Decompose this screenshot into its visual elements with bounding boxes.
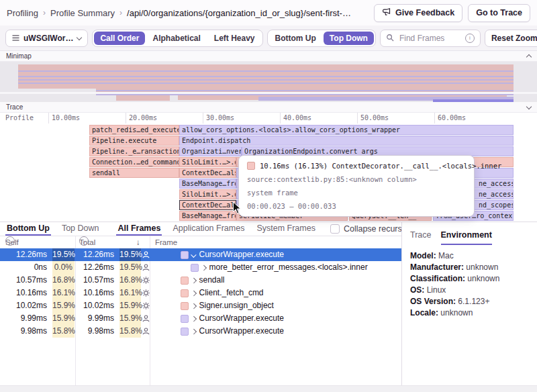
profiling-flamegraph-app: Profiling›Profile Summary›/api/0/organiz…	[0, 0, 537, 392]
breadcrumb-separator: ›	[43, 8, 46, 17]
flame-frame[interactable]: Pipeline.execute	[89, 136, 179, 146]
search-icon	[386, 32, 394, 44]
table-row[interactable]: 9.99ms15.9%9.99ms15.9%CursorWrapper.exec…	[0, 312, 401, 325]
sort-direction-icon[interactable]: ↓	[136, 236, 140, 248]
table-row[interactable]: 0ns0.0%12.26ms19.5%more_better_error_mes…	[0, 261, 401, 274]
expand-caret-icon[interactable]	[191, 303, 197, 309]
frame-name: Client._fetch_cmd	[199, 287, 264, 299]
table-row[interactable]: 10.02ms15.9%10.02ms15.9%Signer.unsign_ob…	[0, 299, 401, 312]
frame-cell: Client._fetch_cmd	[150, 287, 401, 299]
self-time-percent: 15.9%	[52, 299, 75, 312]
frame-cell: sendall	[150, 274, 401, 287]
breadcrumb-item[interactable]: /api/0/organizations/{organization_id_or…	[127, 8, 351, 18]
frame-name: CursorWrapper.execute	[199, 325, 285, 338]
flame-frame[interactable]: Endpoint.dispatch	[179, 136, 514, 146]
flame-frame[interactable]: BaseManage…from_cache	[179, 211, 236, 221]
tooltip-time-range: 00:00.023 — 00:00.033	[247, 202, 466, 210]
minimap-block	[18, 76, 514, 77]
breadcrumb: Profiling›Profile Summary›/api/0/organiz…	[7, 8, 351, 18]
expand-caret-icon[interactable]	[191, 278, 197, 283]
table-row[interactable]: 10.16ms16.1%10.16ms16.1%Client._fetch_cm…	[0, 287, 401, 299]
total-time-percent: 15.9%	[119, 299, 141, 312]
environment-field: Classification: unknown	[410, 273, 529, 285]
frame-column-header[interactable]: Frame	[155, 236, 177, 248]
flame-frame[interactable]: SiloLimit.…>.over…	[179, 157, 236, 167]
self-time-value: 10.57ms	[0, 274, 47, 287]
frame-name: more_better_error_messages.<locals>.inne…	[209, 261, 368, 274]
tab-all-frames[interactable]: All Frames	[116, 222, 162, 236]
chevron-down-icon	[77, 34, 82, 40]
expand-caret-icon[interactable]	[191, 291, 197, 296]
flame-frame[interactable]: Pipeline._e…ransaction	[89, 146, 179, 156]
sorting-segmented-control: Call OrderAlphabeticalLeft Heavy	[92, 30, 262, 47]
expand-caret-icon[interactable]	[201, 265, 207, 271]
frame-color-square	[181, 277, 189, 285]
total-time-percent: 19.5%	[119, 248, 141, 261]
trace-title: Trace	[6, 103, 23, 111]
flame-frame[interactable]: patch_redis…ed_execute	[89, 125, 179, 135]
detail-tab-trace[interactable]: Trace	[410, 230, 432, 245]
bottom-panel: Bottom UpTop Down All FramesApplication …	[0, 222, 537, 392]
flame-frame[interactable]: ContextDec…als>.i…	[179, 168, 236, 178]
total-time-value: 10.02ms	[75, 299, 114, 312]
frame-color-square	[181, 289, 189, 297]
detail-panel-tabs: TraceEnvironment	[410, 230, 529, 245]
table-row[interactable]: 12.26ms19.5%12.26ms19.5%CursorWrapper.ex…	[0, 248, 401, 261]
breadcrumb-item[interactable]: Profile Summary	[50, 8, 115, 18]
go-to-trace-button[interactable]: Go to Trace	[468, 4, 530, 22]
table-row[interactable]: 9.98ms15.8%9.98ms15.8%CursorWrapper.exec…	[0, 325, 401, 338]
sort-option-alphabetical[interactable]: Alphabetical	[146, 32, 206, 45]
frame-name: Signer.unsign_object	[199, 299, 274, 312]
collapse-recursion-checkbox[interactable]	[330, 224, 340, 234]
reset-zoom-button[interactable]: Reset Zoom	[485, 30, 537, 47]
expand-caret-icon[interactable]	[191, 316, 197, 322]
ruler-tick: 60.00ms	[434, 113, 466, 124]
environment-field: OS: Linux	[410, 285, 529, 296]
self-time-value: 12.26ms	[0, 248, 47, 261]
flame-frame[interactable]: allow_cors_options.<locals>.allow_cors_o…	[179, 125, 514, 135]
ruler-tick: 40.00ms	[280, 113, 311, 124]
tab-bottom-up[interactable]: Bottom Up	[5, 222, 51, 236]
self-time-percent: 16.8%	[52, 274, 75, 287]
frame-cell: CursorWrapper.execute	[150, 312, 401, 325]
expand-caret-icon[interactable]	[191, 329, 197, 334]
total-time-percent: 16.1%	[119, 287, 141, 299]
flame-frame[interactable]: Connection.…ed_command	[89, 157, 179, 167]
search-input[interactable]	[398, 33, 461, 44]
tab-system-frames[interactable]: System Frames	[255, 222, 317, 236]
flame-frame-label: nd_scopes	[479, 201, 514, 210]
tab-application-frames[interactable]: Application Frames	[171, 222, 246, 236]
environment-field: Locale: unknown	[410, 307, 529, 319]
minimap-block	[18, 79, 514, 81]
total-time-percent: 15.9%	[119, 312, 141, 325]
tab-top-down[interactable]: Top Down	[60, 222, 101, 236]
table-row[interactable]: 10.57ms16.8%10.57ms16.8%sendall	[0, 274, 401, 287]
direction-segmented-control: Bottom UpTop Down	[267, 30, 376, 47]
flame-frame[interactable]: SiloLimit.…>.over…	[179, 189, 236, 199]
sort-option-call-order[interactable]: Call Order	[94, 32, 145, 45]
direction-option-bottom-up[interactable]: Bottom Up	[269, 32, 322, 45]
collapse-caret-icon[interactable]	[191, 252, 197, 258]
flame-frame[interactable]: sendall	[89, 168, 179, 178]
chevron-up-icon[interactable]	[526, 54, 532, 59]
direction-option-top-down[interactable]: Top Down	[324, 32, 374, 45]
flame-frame[interactable]: BaseManage…from_c…	[179, 179, 236, 189]
frame-color-square	[181, 328, 189, 336]
give-feedback-button[interactable]: Give Feedback	[374, 4, 462, 22]
breadcrumb-item[interactable]: Profiling	[7, 8, 38, 18]
frame-color-swatch	[247, 162, 255, 170]
sort-option-left-heavy[interactable]: Left Heavy	[208, 32, 261, 45]
minimap-canvas[interactable]	[0, 62, 537, 103]
hamburger-icon	[12, 34, 19, 43]
minimap-block	[116, 95, 170, 101]
flame-frame[interactable]: ContextDec…als>.i…	[179, 200, 236, 210]
flamegraph-toolbar: uWSGIWor… Call OrderAlphabeticalLeft Hea…	[0, 26, 537, 51]
frame-color-square	[181, 302, 189, 310]
detail-tab-environment[interactable]: Environment	[441, 230, 492, 245]
chevron-down-icon[interactable]	[526, 103, 532, 109]
tooltip-source: source:contextlib.py:85:<unknown column>	[247, 175, 466, 183]
flame-frame[interactable]: Organizati…nvert_args	[179, 146, 242, 156]
minimap-block	[96, 90, 514, 91]
thread-selector[interactable]: uWSGIWor…	[5, 30, 88, 47]
self-time-percent: 19.5%	[52, 248, 75, 261]
